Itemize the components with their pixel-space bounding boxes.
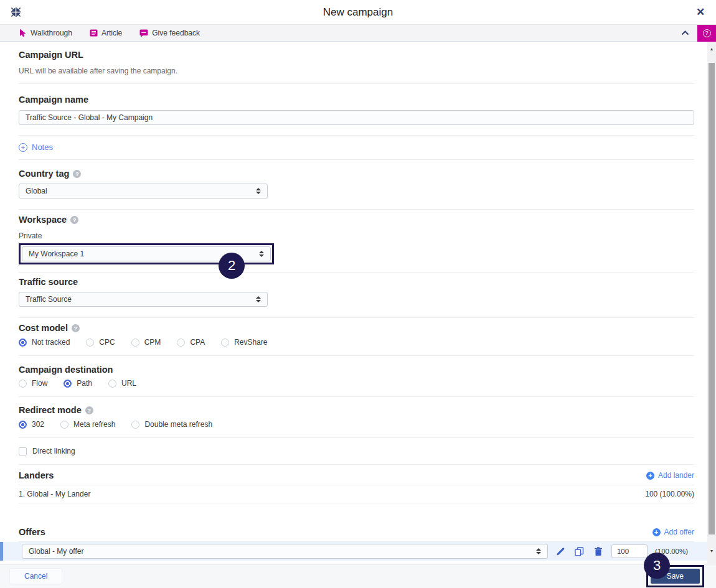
radio-302[interactable]: 302 (19, 420, 44, 429)
updown-arrows-icon (256, 188, 261, 194)
walkthrough-link[interactable]: Walkthrough (19, 29, 72, 37)
offer-value: Global - My offer (29, 547, 83, 556)
lander-name: 1. Global - My Lander (19, 490, 90, 498)
divider (19, 159, 694, 160)
notes-link[interactable]: + Notes (19, 142, 694, 152)
updown-arrows-icon (259, 251, 264, 257)
divider (19, 209, 694, 210)
radio-cpc[interactable]: CPC (86, 338, 115, 347)
scrollbar-down-arrow[interactable]: ▼ (707, 546, 716, 555)
updown-arrows-icon (536, 548, 541, 554)
traffic-source-select[interactable]: Traffic Source (19, 292, 268, 307)
add-offer-label: Add offer (664, 528, 694, 536)
divider (19, 83, 694, 84)
scrollbar-up-arrow[interactable]: ▲ (707, 44, 716, 53)
divider (19, 272, 694, 273)
offer-select[interactable]: Global - My offer (22, 544, 548, 559)
cost-model-radio-group: Not tracked CPC CPM CPA RevShare (19, 338, 694, 347)
campaign-destination-heading: Campaign destination (19, 365, 694, 375)
country-tag-heading: Country tag ? (19, 169, 694, 179)
campaign-form: Campaign URL URL will be available after… (0, 42, 716, 561)
scrollbar-thumb[interactable] (709, 63, 715, 534)
divider (19, 396, 694, 397)
radio-label: Flow (32, 379, 47, 388)
scrollbar[interactable]: ▲ ▼ (707, 42, 716, 564)
landers-header: Landers + Add lander (19, 470, 694, 480)
divider (19, 135, 694, 136)
country-tag-help-icon[interactable]: ? (73, 170, 81, 178)
radio-icon (86, 338, 94, 347)
radio-path[interactable]: Path (64, 379, 92, 388)
delete-offer-icon[interactable] (593, 546, 604, 557)
radio-label: Meta refresh (73, 420, 115, 429)
step-badge-3: 3 (644, 553, 670, 579)
campaign-name-input[interactable] (19, 110, 694, 125)
radio-double-meta-refresh[interactable]: Double meta refresh (131, 420, 212, 429)
radio-icon (221, 338, 229, 347)
radio-cpm[interactable]: CPM (131, 338, 161, 347)
redirect-mode-radio-group: 302 Meta refresh Double meta refresh (19, 420, 694, 429)
plus-circle-icon: + (19, 143, 27, 152)
workspace-label: Workspace (19, 215, 67, 225)
direct-linking-checkbox[interactable]: Direct linking (19, 447, 694, 455)
close-icon[interactable]: ✕ (694, 6, 707, 19)
country-tag-select[interactable]: Global (19, 184, 268, 198)
radio-url[interactable]: URL (108, 379, 136, 388)
duplicate-offer-icon[interactable] (574, 546, 585, 557)
radio-icon (60, 421, 68, 429)
campaign-destination-radio-group: Flow Path URL (19, 379, 694, 388)
add-circle-icon: + (646, 472, 654, 480)
checkbox-icon (19, 447, 27, 455)
article-label: Article (101, 29, 122, 37)
collapse-icon[interactable] (9, 6, 22, 19)
offer-accent-bar (0, 542, 3, 561)
divider (19, 437, 694, 438)
edit-offer-icon[interactable] (555, 546, 567, 557)
radio-label: 302 (32, 420, 44, 429)
cost-model-help-icon[interactable]: ? (72, 324, 80, 332)
feedback-bubble-icon (139, 29, 148, 37)
offers-heading: Offers (19, 527, 45, 537)
redirect-mode-help-icon[interactable]: ? (85, 406, 93, 414)
collapse-toolbar-chevron-icon[interactable] (681, 30, 689, 35)
page-title: New campaign (0, 6, 716, 19)
cursor-icon (19, 29, 27, 37)
radio-label: Path (77, 379, 92, 388)
traffic-source-value: Traffic Source (26, 295, 72, 304)
radio-cpa[interactable]: CPA (177, 338, 205, 347)
radio-icon (19, 380, 27, 388)
radio-revshare[interactable]: RevShare (221, 338, 267, 347)
radio-selected-icon (64, 380, 72, 388)
redirect-mode-label: Redirect mode (19, 405, 82, 415)
add-circle-icon: + (652, 528, 661, 536)
help-button[interactable]: ? (697, 25, 716, 42)
offer-weight-input[interactable] (611, 544, 648, 558)
add-offer-link[interactable]: + Add offer (652, 528, 694, 536)
give-feedback-link[interactable]: Give feedback (139, 29, 200, 37)
offers-header: Offers + Add offer (19, 527, 694, 537)
radio-label: RevShare (234, 338, 267, 347)
radio-selected-icon (19, 421, 27, 429)
landers-heading: Landers (19, 470, 54, 480)
cancel-button[interactable]: Cancel (9, 568, 62, 584)
lander-weight: 100 (100.00%) (645, 490, 694, 498)
article-link[interactable]: Article (90, 29, 122, 37)
cost-model-label: Cost model (19, 323, 68, 333)
direct-linking-label: Direct linking (32, 447, 75, 455)
radio-icon (108, 380, 116, 388)
radio-meta-refresh[interactable]: Meta refresh (60, 420, 115, 429)
workspace-help-icon[interactable]: ? (70, 216, 78, 224)
radio-label: Not tracked (32, 338, 70, 347)
radio-label: CPC (99, 338, 115, 347)
lander-row[interactable]: 1. Global - My Lander 100 (100.00%) (19, 485, 694, 503)
radio-not-tracked[interactable]: Not tracked (19, 338, 70, 347)
add-lander-link[interactable]: + Add lander (646, 471, 694, 480)
divider (19, 503, 694, 503)
divider (19, 464, 694, 465)
campaign-url-hint: URL will be available after saving the c… (19, 67, 694, 75)
radio-flow[interactable]: Flow (19, 379, 47, 388)
campaign-url-heading: Campaign URL (19, 50, 694, 60)
footer-bar: Cancel Save (0, 564, 716, 588)
divider (19, 355, 694, 356)
radio-icon (177, 338, 185, 347)
